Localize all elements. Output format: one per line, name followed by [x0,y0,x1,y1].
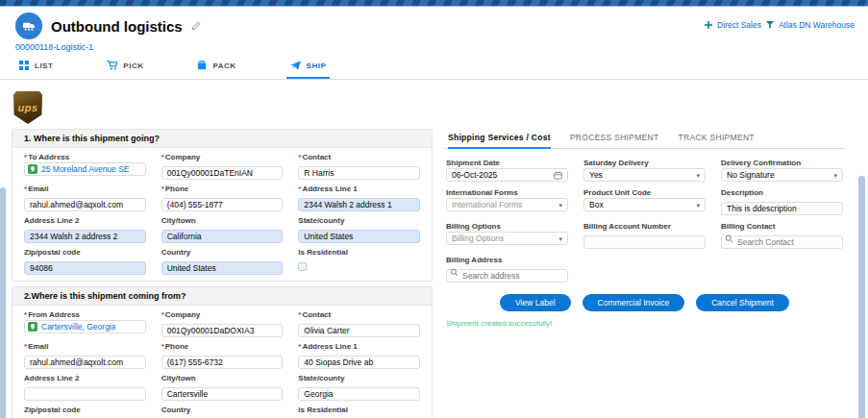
record-link[interactable]: 00000118-Logistic-1 [15,42,201,52]
tab-ship[interactable]: SHIP [286,56,331,79]
to-contact-input[interactable] [298,166,420,180]
to-state-input[interactable] [298,230,420,243]
tab-shipping-services-cost[interactable]: Shipping Services / Cost [448,129,551,149]
view-label-button[interactable]: View Label [500,294,570,311]
from-contact-input[interactable] [298,324,420,337]
tab-pick[interactable]: PICK [103,56,147,79]
to-address1-field: *Address Line 1 [298,183,420,211]
tab-track-shipment[interactable]: TRACK SHIPMENT [679,129,755,149]
from-address-link[interactable]: Cartersville, Georgia [41,322,115,332]
billing-options-placeholder: Billing Options [452,234,504,243]
ship-panel: ups 1. Where is this shipment going? *To… [0,80,868,418]
from-phone-field: *Phone [161,340,284,369]
service-tabs: Shipping Services / Cost PROCESS SHIPMEN… [444,129,845,149]
search-icon [725,234,733,243]
to-zip-field: Zip/postal code [24,246,146,275]
from-company-field: *Company [161,308,284,337]
to-company-input[interactable] [161,166,284,180]
tab-pack[interactable]: PACK [193,56,239,79]
from-address2-field: Address Line 2 [24,372,146,401]
billing-account-number-field: Billing Account Number [583,220,706,249]
from-company-input[interactable] [161,324,284,337]
from-contact-field: *Contact [298,308,420,337]
cancel-shipment-button[interactable]: Cancel Shipment [696,294,789,311]
from-state-input[interactable] [298,387,420,401]
billing-contact-search-input[interactable] [721,235,843,249]
to-address-input[interactable]: 25 Moreland Avenue SE [24,162,146,176]
to-residential-checkbox[interactable] [298,262,307,271]
delivery-confirmation-select[interactable]: No Signature ▾ [721,168,843,182]
to-phone-input[interactable] [161,198,284,211]
delivery-confirmation-field: Delivery Confirmation No Signature ▾ [721,157,843,182]
saturday-delivery-value: Yes [589,170,603,180]
ups-logo: ups [13,91,42,124]
chevron-down-icon: ▾ [558,235,562,242]
billing-options-field: Billing Options Billing Options ▾ [446,220,568,249]
tab-process-shipment[interactable]: PROCESS SHIPMENT [570,129,659,149]
to-contact-field: *Contact [298,151,420,180]
logistics-avatar [15,12,42,39]
delivery-confirmation-value: No Signature [727,170,775,180]
description-input[interactable] [721,202,843,215]
from-address-field: *From Address Cartersville, Georgia [24,308,146,337]
page-header: Outbound logistics 00000118-Logistic-1 D… [0,7,868,54]
from-address1-input[interactable] [298,356,420,369]
product-unit-code-select[interactable]: Box ▾ [583,198,706,211]
direct-sales-link[interactable]: Direct Sales [717,20,761,30]
description-field: Description [721,186,843,215]
to-zip-input[interactable] [24,261,146,275]
tab-list-label: LIST [35,61,53,70]
to-residential-field: Is Residential [298,246,420,275]
from-address2-input[interactable] [24,387,146,401]
to-email-field: *Email [24,183,146,211]
to-company-field: *Company [161,151,284,180]
from-city-input[interactable] [161,387,284,401]
shipment-date-input[interactable]: 06-Oct-2025 [446,168,568,182]
tab-pick-label: PICK [123,61,143,70]
plane-icon [290,61,301,70]
to-address-field: *To Address 25 Moreland Avenue SE [24,151,146,180]
from-country-field: Country [161,404,284,418]
location-pin-icon [28,164,37,174]
from-email-input[interactable] [24,356,146,369]
section-ship-from: 2.Where is this shipment coming from? *F… [12,286,433,418]
from-address-input[interactable]: Cartersville, Georgia [24,320,146,333]
to-email-input[interactable] [24,198,146,211]
chevron-down-icon: ▾ [696,172,700,179]
tab-ship-label: SHIP [307,61,327,70]
grid-icon [19,61,29,70]
from-state-field: State/county [298,372,420,401]
commercial-invoice-button[interactable]: Commercial Invoice [583,294,685,311]
plus-icon [705,21,712,29]
box-icon [197,61,207,70]
filter-funnel-icon [766,21,774,29]
to-state-field: State/county [298,214,420,243]
billing-account-number-input[interactable] [583,235,706,249]
billing-address-field: Billing Address [446,254,568,283]
saturday-delivery-field: Saturday Delivery Yes ▾ [583,157,706,182]
product-unit-code-field: Product Unit Code Box ▾ [583,186,706,215]
to-city-input[interactable] [161,230,284,243]
edit-icon[interactable] [191,21,201,31]
chevron-down-icon: ▾ [696,202,700,209]
international-forms-placeholder: International Forms [452,200,522,209]
warehouse-link[interactable]: Atlas DN Warehouse [779,20,855,30]
from-phone-input[interactable] [161,356,284,369]
calendar-icon[interactable] [554,171,562,180]
ups-logo-text: ups [17,102,37,113]
left-scrollbar[interactable] [0,187,6,418]
right-scrollbar[interactable] [858,176,865,418]
to-address1-input[interactable] [298,198,420,211]
shipment-date-field: Shipment Date 06-Oct-2025 [446,157,568,182]
international-forms-select[interactable]: International Forms ▾ [446,198,568,211]
from-city-field: City/town [161,372,284,401]
billing-options-select[interactable]: Billing Options ▾ [446,232,568,245]
billing-address-search-input[interactable] [446,269,568,283]
to-address2-input[interactable] [24,230,146,243]
section-ship-to: 1. Where is this shipment going? *To Add… [12,129,433,282]
to-address-link[interactable]: 25 Moreland Avenue SE [41,164,130,174]
saturday-delivery-select[interactable]: Yes ▾ [583,168,706,182]
to-country-input[interactable] [161,261,284,275]
tab-list[interactable]: LIST [15,56,57,79]
shipment-date-value: 06-Oct-2025 [452,170,497,180]
